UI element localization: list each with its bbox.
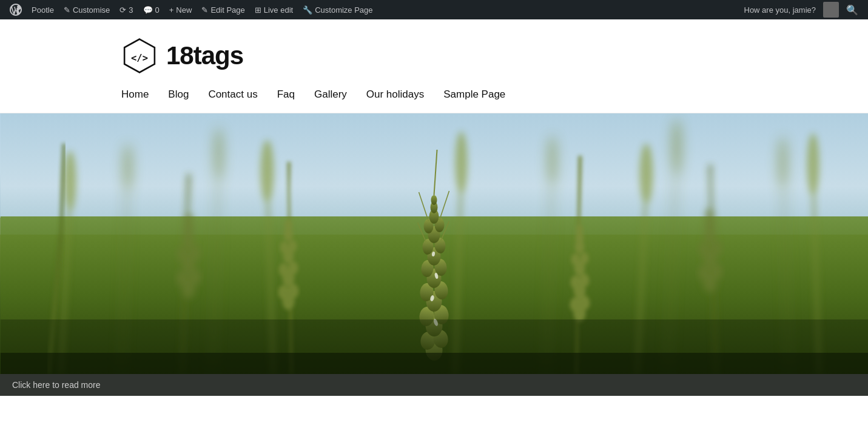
nav-link-holidays[interactable]: Our holidays bbox=[366, 89, 424, 100]
svg-point-76 bbox=[278, 263, 288, 276]
svg-point-17 bbox=[260, 140, 274, 203]
revisions-button[interactable]: ⟳ 3 bbox=[115, 0, 138, 19]
comments-button[interactable]: 💬 0 bbox=[138, 0, 164, 19]
svg-point-47 bbox=[431, 195, 437, 205]
live-edit-icon: ⊞ bbox=[255, 5, 261, 15]
revisions-count: 3 bbox=[129, 5, 133, 15]
nav-link-home[interactable]: Home bbox=[121, 89, 149, 100]
nav-item-sample[interactable]: Sample Page bbox=[443, 89, 505, 101]
customise-button[interactable]: ✎ Customise bbox=[59, 0, 115, 19]
svg-point-13 bbox=[778, 136, 787, 190]
nav-item-faq[interactable]: Faq bbox=[277, 89, 295, 101]
customize-page-icon: 🔧 bbox=[303, 5, 312, 15]
new-icon: + bbox=[169, 5, 174, 15]
search-button[interactable]: 🔍 bbox=[841, 4, 863, 16]
nav-link-faq[interactable]: Faq bbox=[277, 89, 295, 100]
nav-item-holidays[interactable]: Our holidays bbox=[366, 89, 424, 101]
site-title: 18tags bbox=[166, 41, 243, 70]
edit-page-label: Edit Page bbox=[210, 5, 244, 15]
svg-point-97 bbox=[698, 265, 710, 281]
main-nav: Home Blog Contact us Faq Gallery Our hol… bbox=[121, 89, 844, 101]
new-button[interactable]: + New bbox=[164, 0, 197, 19]
site-header: </> 18tags Home Blog Contact us Faq Gall… bbox=[0, 19, 868, 113]
svg-point-15 bbox=[64, 151, 76, 212]
bottom-bar[interactable]: Click here to read more bbox=[0, 374, 868, 396]
greeting-text: How are you, jamie? bbox=[739, 5, 821, 15]
customise-icon: ✎ bbox=[64, 5, 70, 15]
svg-point-80 bbox=[288, 240, 297, 252]
customise-label: Customise bbox=[73, 5, 110, 15]
wp-logo-button[interactable] bbox=[5, 0, 27, 19]
svg-point-7 bbox=[214, 127, 223, 182]
admin-bar-right: How are you, jamie? 🔍 bbox=[739, 2, 864, 18]
comments-icon: 💬 bbox=[143, 5, 153, 15]
svg-point-19 bbox=[455, 132, 467, 195]
svg-point-11 bbox=[671, 119, 682, 177]
svg-point-79 bbox=[280, 241, 288, 253]
edit-page-button[interactable]: ✎ Edit Page bbox=[197, 0, 249, 19]
admin-bar: Pootle ✎ Customise ⟳ 3 💬 0 + New ✎ Edit … bbox=[0, 0, 868, 19]
live-edit-button[interactable]: ⊞ Live edit bbox=[250, 0, 298, 19]
customize-page-button[interactable]: 🔧 Customize Page bbox=[298, 0, 377, 19]
hero-image bbox=[0, 113, 868, 374]
read-more-text[interactable]: Click here to read more bbox=[12, 380, 101, 390]
nav-item-gallery[interactable]: Gallery bbox=[314, 89, 347, 101]
revisions-icon: ⟳ bbox=[119, 5, 126, 15]
svg-point-90 bbox=[189, 246, 200, 260]
svg-point-73 bbox=[278, 285, 289, 299]
edit-icon: ✎ bbox=[201, 5, 208, 15]
nav-item-contact[interactable]: Contact us bbox=[208, 89, 257, 101]
svg-point-93 bbox=[183, 213, 193, 226]
live-edit-label: Live edit bbox=[264, 5, 293, 15]
svg-point-77 bbox=[288, 261, 298, 275]
site-name-label: Pootle bbox=[32, 5, 54, 15]
svg-point-66 bbox=[580, 252, 588, 264]
nav-item-home[interactable]: Home bbox=[121, 89, 149, 101]
comments-count: 0 bbox=[155, 5, 160, 15]
nav-link-sample[interactable]: Sample Page bbox=[443, 89, 505, 100]
new-label: New bbox=[176, 5, 192, 15]
svg-point-104 bbox=[705, 208, 715, 221]
svg-point-69 bbox=[576, 224, 583, 235]
nav-link-contact[interactable]: Contact us bbox=[208, 89, 257, 100]
customize-page-label: Customize Page bbox=[315, 5, 372, 15]
svg-text:</>: </> bbox=[131, 53, 148, 64]
svg-point-23 bbox=[807, 133, 819, 196]
site-name-button[interactable]: Pootle bbox=[27, 0, 59, 19]
nav-item-blog[interactable]: Blog bbox=[168, 89, 189, 101]
site-branding: </> 18tags bbox=[121, 38, 844, 74]
user-avatar[interactable] bbox=[823, 2, 839, 18]
svg-point-82 bbox=[284, 219, 292, 232]
svg-point-65 bbox=[571, 253, 579, 266]
svg-rect-107 bbox=[0, 353, 868, 374]
svg-point-101 bbox=[711, 241, 722, 255]
nav-link-blog[interactable]: Blog bbox=[168, 89, 189, 100]
site-logo[interactable]: </> bbox=[121, 38, 158, 74]
svg-point-89 bbox=[177, 247, 187, 261]
svg-point-5 bbox=[123, 144, 132, 192]
nav-link-gallery[interactable]: Gallery bbox=[314, 89, 347, 100]
svg-point-21 bbox=[639, 144, 653, 204]
wheat-illustration bbox=[0, 113, 868, 374]
svg-point-9 bbox=[547, 135, 557, 186]
svg-point-86 bbox=[176, 270, 188, 286]
svg-point-100 bbox=[698, 242, 709, 256]
